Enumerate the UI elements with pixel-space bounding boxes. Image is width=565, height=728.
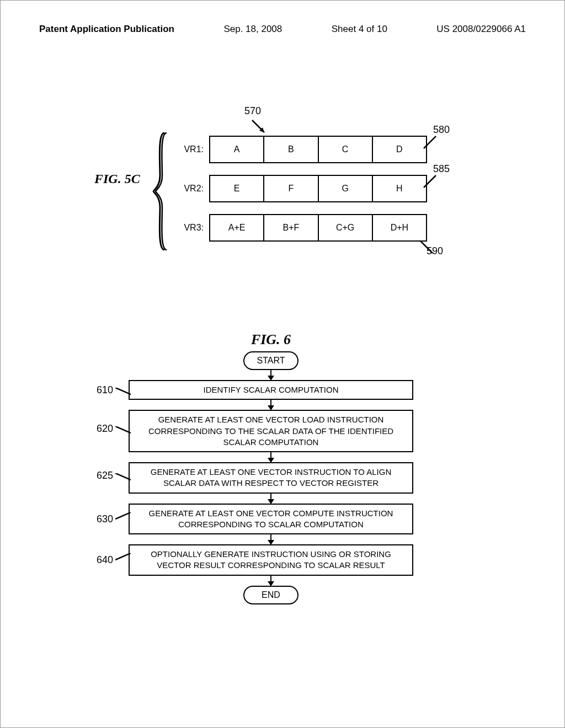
vr2-label: VR2: (176, 184, 209, 194)
curly-brace-icon (152, 132, 168, 251)
svg-line-9 (115, 553, 131, 560)
vr2-cell-0: E (210, 176, 264, 201)
register-vr3: VR3: A+E B+F C+G D+H (176, 214, 427, 242)
flow-step-630: GENERATE AT LEAST ONE VECTOR COMPUTE INS… (129, 504, 413, 535)
vr1-row: A B C D (209, 136, 427, 163)
svg-line-6 (115, 426, 131, 433)
arrow-down-icon (270, 400, 271, 410)
header-sheet: Sheet 4 of 10 (332, 24, 387, 35)
vr3-cell-0: A+E (210, 215, 264, 240)
register-vr2: VR2: E F G H (176, 175, 427, 202)
arrow-down-icon (270, 494, 271, 504)
svg-line-4 (420, 241, 433, 253)
vr1-cell-1: B (264, 137, 318, 162)
leader-line (115, 553, 131, 561)
fig-6: FIG. 6 START 610 IDENTIFY SCALAR COMPUTA… (95, 331, 446, 604)
leader-line (115, 473, 131, 481)
header-left: Patent Application Publication (39, 24, 174, 35)
vr3-cell-3: D+H (373, 215, 426, 240)
fig6-caption: FIG. 6 (95, 331, 446, 348)
leader-line (115, 388, 131, 395)
leader-line (115, 426, 131, 434)
svg-line-5 (115, 388, 131, 394)
flow-step-620: GENERATE AT LEAST ONE VECTOR LOAD INSTRU… (129, 410, 413, 452)
vr2-cell-1: F (264, 176, 318, 201)
page-header: Patent Application Publication Sep. 18, … (39, 24, 526, 35)
vr3-label: VR3: (176, 223, 209, 233)
ref-585: 585 (433, 163, 450, 175)
ref-580: 580 (433, 124, 450, 136)
leader-line (419, 240, 434, 254)
svg-line-8 (115, 512, 131, 519)
vr3-row: A+E B+F C+G D+H (209, 214, 427, 242)
leader-line (115, 512, 131, 520)
vr3-cell-2: C+G (319, 215, 373, 240)
svg-line-7 (115, 473, 131, 480)
arrow-down-icon (270, 452, 271, 462)
vr1-label: VR1: (176, 144, 209, 154)
arrow-down-icon (270, 534, 271, 544)
header-date: Sep. 18, 2008 (223, 24, 282, 35)
flow-end: END (243, 586, 299, 604)
arrow-down-icon (270, 576, 271, 586)
vr1-cell-3: D (373, 137, 426, 162)
flow-step-625: GENERATE AT LEAST ONE VECTOR INSTRUCTION… (129, 462, 413, 494)
header-pubnum: US 2008/0229066 A1 (436, 24, 526, 35)
vr3-cell-1: B+F (264, 215, 318, 240)
vr2-cell-2: G (319, 176, 373, 201)
vr1-cell-0: A (210, 137, 264, 162)
arrow-down-icon (270, 370, 271, 380)
vr2-row: E F G H (209, 175, 427, 202)
fig5c-caption: FIG. 5C (94, 172, 140, 186)
flow-step-640: OPTIONALLY GENERATE INSTRUCTION USING OR… (129, 544, 413, 576)
vr2-cell-3: H (373, 176, 426, 201)
vr1-cell-2: C (319, 137, 373, 162)
register-vr1: VR1: A B C D (176, 136, 427, 163)
page-frame: Patent Application Publication Sep. 18, … (0, 0, 565, 728)
flow-start: START (243, 351, 299, 370)
arrow-icon (250, 118, 269, 137)
flow-step-610: IDENTIFY SCALAR COMPUTATION (129, 380, 413, 400)
ref-570: 570 (244, 105, 261, 117)
fig-5c: FIG. 5C 570 580 585 590 VR1: A (94, 105, 447, 254)
